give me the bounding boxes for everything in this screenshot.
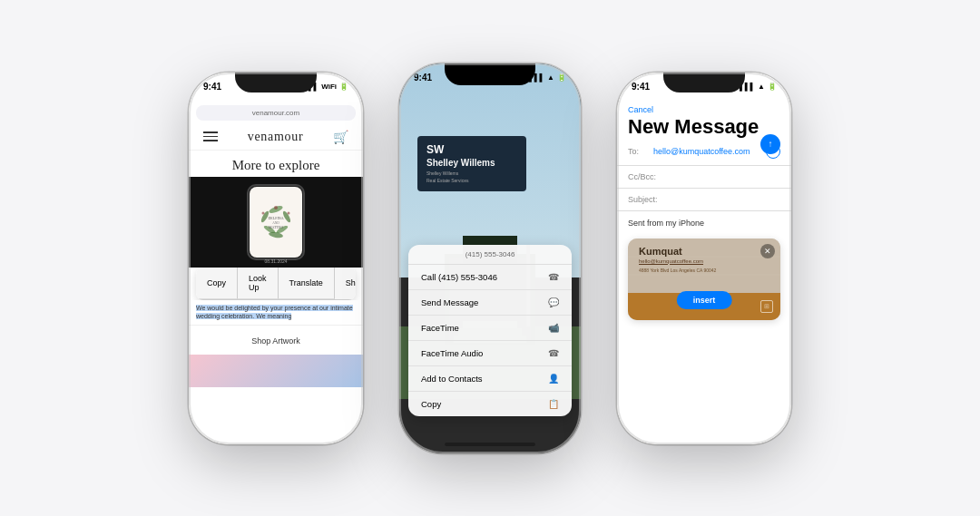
ar-business-card: SW Shelley Willems Shelley Willems Real … [417, 136, 526, 191]
add-contacts-label: Add to Contacts [421, 374, 483, 384]
popup-message-item[interactable]: Send Message 💬 [408, 290, 572, 316]
cc-field-row[interactable]: Cc/Bcc: [617, 166, 791, 189]
popup-facetime-item[interactable]: FaceTime 📹 [408, 316, 572, 341]
phone-2: 9:41 ▌▌▌ ▲ 🔋 SW Shelley Willems Shelley … [399, 63, 581, 453]
url-text: venamour.com [252, 109, 299, 117]
insert-button[interactable]: insert [677, 291, 732, 309]
to-label: To: [628, 147, 653, 156]
shop-artwork-label: Shop Artwork [251, 336, 300, 346]
time-3: 9:41 [632, 82, 650, 92]
email-fields: To: hello@kumquatcoffee.com + Cc/Bcc: Su… [617, 138, 791, 444]
svg-point-7 [274, 206, 278, 209]
selected-text: We would be delighted by your presence a… [196, 305, 353, 320]
cancel-button[interactable]: Cancel [628, 105, 780, 114]
phone-1: 9:41 ▌▌▌ WiFi 🔋 venamour.com venamour [189, 73, 363, 444]
phone-3-content: 9:41 ▌▌▌ ▲ 🔋 Cancel New Message ↑ To: he… [617, 73, 791, 444]
popup-copy-item[interactable]: Copy 📋 [408, 392, 572, 416]
bc-name: Shelley Willems [426, 158, 517, 169]
facetime-audio-label: FaceTime Audio [421, 348, 483, 358]
subject-field-row[interactable]: Subject: [617, 189, 791, 211]
subject-label: Subject: [628, 195, 653, 204]
scan-icon: ⊞ [760, 300, 773, 313]
email-body[interactable]: Sent from my iPhone [617, 211, 791, 235]
facetime-label: FaceTime [421, 323, 459, 333]
selected-text-area: We would be delighted by your presence a… [189, 300, 363, 326]
hamburger-icon[interactable] [203, 131, 218, 141]
bc-subtitle2: Real Estate Services [426, 178, 517, 184]
business-card-preview: Kumquat hello@kumquatcoffee.com 4888 Yor… [628, 239, 780, 320]
inner-phone: DELFINA AND MATTEO [247, 184, 305, 260]
translate-menu-item[interactable]: Translate [279, 268, 335, 299]
popup-facetime-audio-item[interactable]: FaceTime Audio ☎ [408, 341, 572, 366]
card-email: hello@kumquatcoffee.com [639, 258, 716, 264]
card-address: 4888 York Blvd Los Angeles CA 90042 [639, 268, 716, 274]
card-preview-content: Kumquat hello@kumquatcoffee.com 4888 Yor… [639, 246, 716, 274]
notch-3 [663, 73, 745, 92]
facetime-audio-icon: ☎ [548, 348, 559, 358]
shop-artwork-section[interactable]: Shop Artwork [189, 325, 363, 353]
popup-add-contacts-item[interactable]: Add to Contacts 👤 [408, 366, 572, 392]
nav-bar: venamour 🛒 [189, 124, 363, 151]
copy-icon: 📋 [548, 399, 559, 409]
facetime-icon: 📹 [548, 323, 559, 333]
notch-2 [445, 63, 535, 85]
copy-menu-item[interactable]: Copy [196, 268, 238, 299]
svg-text:MATTEO: MATTEO [269, 225, 283, 229]
time-2: 9:41 [414, 73, 432, 83]
call-label: Call (415) 555-3046 [421, 272, 497, 282]
lookup-menu-item[interactable]: Look Up [238, 268, 279, 299]
email-body-text: Sent from my iPhone [628, 219, 704, 228]
footer-image [189, 355, 363, 387]
cart-icon[interactable]: 🛒 [333, 130, 348, 144]
time-1: 9:41 [203, 82, 221, 92]
email-header: Cancel New Message ↑ [617, 102, 791, 138]
status-icons-3: ▌▌▌ ▲ 🔋 [740, 83, 777, 91]
status-icons-2: ▌▌▌ ▲ 🔋 [529, 73, 566, 82]
phone-1-content: 9:41 ▌▌▌ WiFi 🔋 venamour.com venamour [189, 73, 363, 444]
phone-2-content: 9:41 ▌▌▌ ▲ 🔋 SW Shelley Willems Shelley … [399, 63, 581, 453]
cc-label: Cc/Bcc: [628, 172, 653, 181]
call-icon: ☎ [548, 272, 559, 282]
inner-screen: DELFINA AND MATTEO [250, 187, 302, 258]
popup-call-item[interactable]: Call (415) 555-3046 ☎ [408, 265, 572, 290]
floral-illustration: DELFINA AND MATTEO [256, 197, 296, 248]
add-contacts-icon: 👤 [548, 374, 559, 384]
message-label: Send Message [421, 297, 478, 307]
context-menu-row-1: Copy Look Up Translate Share... [196, 268, 356, 300]
home-indicator-2 [445, 443, 535, 446]
popup-phone-number: (415) 555-3046 [408, 245, 572, 265]
brand-logo: venamour [248, 130, 304, 144]
context-menu[interactable]: Copy Look Up Translate Share... [196, 268, 356, 300]
card-close-button[interactable]: ✕ [760, 244, 775, 258]
date-overlay: 08.31.2024 [264, 258, 287, 264]
card-brand: Kumquat [639, 246, 716, 257]
send-button[interactable]: ↑ [760, 134, 780, 154]
phone-3: 9:41 ▌▌▌ ▲ 🔋 Cancel New Message ↑ To: he… [617, 73, 791, 444]
message-icon: 💬 [548, 297, 559, 307]
url-bar[interactable]: venamour.com [196, 105, 356, 121]
copy-label: Copy [421, 399, 441, 409]
hero-text: More to explore [189, 151, 363, 177]
bc-subtitle1: Shelley Willems [426, 170, 517, 177]
bc-initials: SW [426, 143, 517, 156]
svg-point-9 [288, 211, 290, 214]
email-compose-title: New Message [628, 116, 780, 138]
to-value: hello@kumquatcoffee.com [653, 147, 766, 156]
svg-text:DELFINA: DELFINA [268, 216, 283, 220]
hero-image-section: DELFINA AND MATTEO 08.31.2024 [189, 177, 363, 268]
phone-popup-menu[interactable]: (415) 555-3046 Call (415) 555-3046 ☎ Sen… [408, 245, 572, 416]
svg-point-8 [262, 211, 265, 214]
share-menu-item[interactable]: Share... [335, 268, 356, 299]
main-scene: 9:41 ▌▌▌ WiFi 🔋 venamour.com venamour [0, 0, 980, 516]
notch-1 [235, 73, 317, 92]
